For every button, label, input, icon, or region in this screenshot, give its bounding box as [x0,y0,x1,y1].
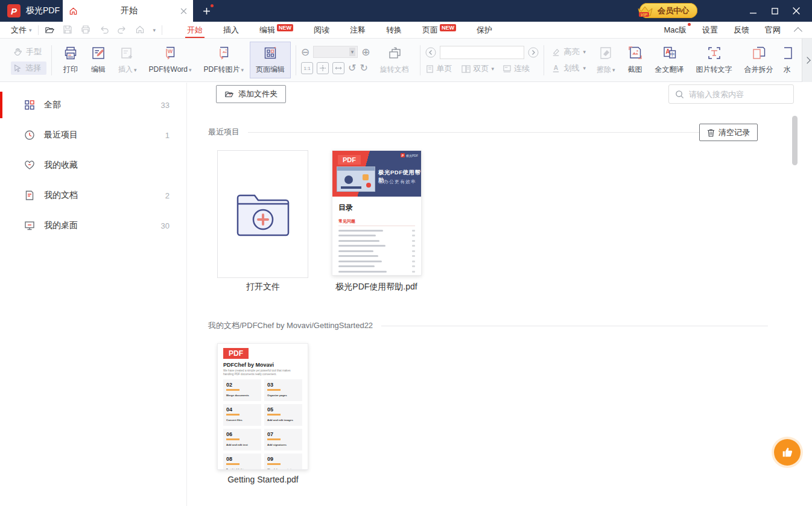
ribbon-tab-page[interactable]: 页面NEW [412,22,466,38]
pdf-to-word-button[interactable]: W PDF转Word▾ [143,42,198,78]
annotation-group: 高亮▾ A 划线▾ [549,45,591,75]
sidebar-item-desktop[interactable]: 我的桌面 30 [0,211,186,240]
rotate-left-icon[interactable]: ↺ [348,63,356,73]
image-to-text-icon [706,45,722,61]
help-pdf-cover: PDF P 极光PDF 极光PDF使用帮助 让办公更有效率 [332,151,421,197]
page-edit-icon [262,45,278,61]
tab-home[interactable]: 开始 [63,0,193,22]
website-link[interactable]: 官网 [765,25,781,36]
actual-size-button[interactable]: 1:1 [301,62,313,74]
select-tool-button[interactable]: 选择 [11,62,46,75]
chevron-down-icon: ▾ [492,66,495,72]
save-icon[interactable] [63,25,73,35]
app-logo-icon: P [7,4,21,17]
ribbon-tab-convert[interactable]: 转换 [376,22,412,38]
vertical-scrollbar-thumb[interactable] [792,116,798,165]
sidebar-item-recent[interactable]: 最近项目 1 [0,121,186,150]
chevron-right-icon [804,57,810,63]
zoom-out-icon[interactable]: ⊖ [301,47,309,57]
merge-split-button[interactable]: 合并拆分 [738,42,779,78]
chevron-down-icon: ▾ [189,67,192,73]
search-input[interactable] [689,90,779,99]
search-box[interactable] [668,84,794,104]
vip-member-center-button[interactable]: VIP 会员中心 [639,3,697,18]
thumbs-up-feedback-button[interactable] [774,439,801,466]
new-tab-notification-dot [211,4,214,7]
document-card-getting-started[interactable]: PDF PDFChef by Movavi We have created a … [217,343,308,470]
svg-text:VIP: VIP [641,13,648,17]
recent-section-header: 最近项目 [208,127,708,138]
highlight-pen-icon [551,48,560,57]
close-button[interactable] [785,0,807,22]
add-folder-button[interactable]: 添加文件夹 [216,85,286,103]
document-card-help-pdf[interactable]: PDF P 极光PDF 极光PDF使用帮助 让办公更有效率 目录 常见问题 [332,150,422,276]
ribbon-tab-read[interactable]: 阅读 [303,22,340,38]
sidebar-item-documents[interactable]: 我的文档 2 [0,181,186,210]
continuous-icon [503,65,512,74]
toc-heading: 目录 [338,203,415,213]
hand-icon [13,48,22,57]
divider [51,45,52,75]
eraser-icon [598,45,614,61]
settings-link[interactable]: 设置 [702,25,718,36]
ribbon-tab-protect[interactable]: 保护 [466,22,503,38]
fit-page-button[interactable] [317,62,329,74]
ribbon-tab-annotate[interactable]: 注释 [340,22,376,38]
folder-section-header: 我的文档/PDFChef by Movavi/GettingStarted22 [208,320,768,331]
highlight-button: 高亮▾ [549,45,591,59]
previous-page-icon[interactable] [425,47,436,58]
image-to-text-button[interactable]: 图片转文字 [690,42,738,78]
home-quick-icon[interactable] [135,25,145,35]
help-pdf-filename: 极光PDF使用帮助.pdf [322,282,431,293]
feedback-link[interactable]: 反馈 [734,25,749,36]
clear-history-button[interactable]: 清空记录 [699,124,758,141]
tab-close-icon[interactable] [180,8,187,14]
minimize-button[interactable] [742,0,764,22]
watermark-icon [779,45,795,61]
sidebar-item-favorites[interactable]: 我的收藏 [0,151,186,180]
tab-title: 开始 [78,5,180,16]
continuous-view-button: 连续 [503,63,530,74]
next-page-icon[interactable] [528,47,539,58]
trash-icon [707,128,715,137]
print-icon[interactable] [81,25,91,35]
zoom-in-icon[interactable]: ⊕ [361,47,370,57]
undo-icon[interactable] [99,25,109,35]
ribbon-tab-edit[interactable]: 编辑NEW [249,22,303,38]
open-file-icon[interactable] [45,25,55,35]
rotate-document-icon [387,45,402,61]
sidebar: 全部 33 最近项目 1 我的收藏 我的文档 2 我的桌面 30 [0,83,187,506]
maximize-button[interactable] [764,0,785,22]
print-button[interactable]: 打印 [57,42,84,78]
rotate-right-icon[interactable]: ↻ [360,63,367,73]
fit-width-button[interactable] [332,62,344,74]
zoom-level-select[interactable]: ▾ [313,46,358,58]
pdf-badge: PDF [338,155,361,165]
edit-button[interactable]: 编辑 [84,42,112,78]
rotate-document-button: 旋转文档 [374,42,415,78]
edit-document-icon [90,45,106,61]
open-file-card[interactable] [217,150,308,278]
file-menu-button[interactable]: 文件 ▾ [11,25,32,36]
quick-access-dropdown-icon[interactable]: ▾ [153,27,156,33]
sidebar-item-all[interactable]: 全部 33 [0,90,186,119]
page-number-input[interactable] [440,46,524,59]
screenshot-button[interactable]: 截图 [621,42,649,78]
page-edit-button[interactable]: 页面编辑 [250,42,291,78]
ribbon-expand-button[interactable] [802,39,812,82]
ribbon-tab-insert[interactable]: 插入 [213,22,249,38]
redo-icon[interactable] [117,25,127,35]
main-content: 添加文件夹 最近项目 清空记录 打开文件 [188,83,812,506]
single-page-view-button: 单页 [425,63,452,74]
hand-tool-button[interactable]: 手型 [11,45,46,59]
mac-version-link[interactable]: Mac版 [664,25,687,36]
full-text-translate-button[interactable]: A中 全文翻译 [649,42,690,78]
collapse-ribbon-icon[interactable] [794,27,802,36]
watermark-button-clipped[interactable]: 水 [779,42,795,78]
help-pdf-subtitle: 让办公更有效率 [378,179,416,185]
new-tab-button[interactable] [200,5,212,17]
pdf-to-image-button[interactable]: PDF转图片▾ [198,42,250,78]
ribbon-tab-start[interactable]: 开始 [177,22,213,38]
search-icon [675,90,684,99]
divider [162,25,162,35]
